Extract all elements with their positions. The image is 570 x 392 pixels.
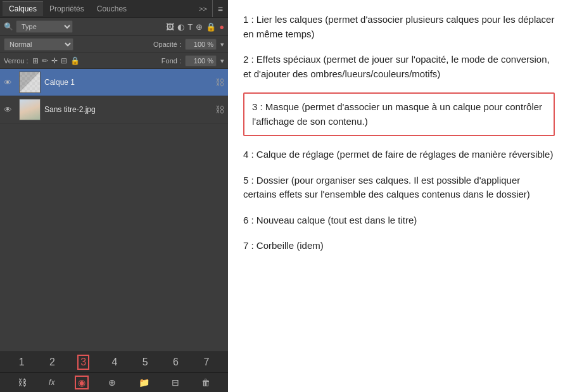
layer-thumbnail-jpg: [19, 99, 41, 120]
fill-input[interactable]: [185, 55, 217, 66]
info-item-3: 3 : Masque (permet d'associer un masque …: [243, 92, 555, 136]
layer-name-calque1: Calque 1: [44, 78, 212, 87]
info-item-7: 7 : Corbeille (idem): [243, 239, 555, 253]
info-text-4: 4 : Calque de réglage (permet de faire d…: [243, 148, 555, 162]
expand-arrows[interactable]: >>: [196, 5, 210, 13]
add-mask-icon[interactable]: ◉: [75, 376, 89, 389]
fill-label: Fond :: [162, 57, 181, 65]
opacity-input[interactable]: [185, 39, 217, 50]
text-filter-icon[interactable]: T: [187, 22, 193, 32]
filter-icons-group: 🖼 ◐ T ⊕ 🔒 ●: [166, 22, 224, 32]
bottom-num-3[interactable]: 3: [77, 355, 89, 370]
blend-opacity-row: Normal Opacité : ▾: [0, 36, 228, 53]
tab-calques[interactable]: Calques: [3, 1, 43, 16]
bottom-num-7[interactable]: 7: [201, 355, 212, 369]
layer-item-jpg[interactable]: 👁 Sans titre-2.jpg ⛓: [0, 96, 228, 123]
info-item-4: 4 : Calque de réglage (permet de faire d…: [243, 148, 555, 162]
fill-dropdown-arrow[interactable]: ▾: [220, 57, 224, 65]
filter-row: 🔍 Type 🖼 ◐ T ⊕ 🔒 ●: [0, 18, 228, 36]
info-text-6: 6 : Nouveau calque (tout est dans le tit…: [243, 213, 555, 228]
info-item-6: 6 : Nouveau calque (tout est dans le tit…: [243, 213, 555, 228]
info-text-3: 3 : Masque (permet d'associer un masque …: [252, 100, 546, 129]
layer-name-jpg: Sans titre-2.jpg: [44, 105, 212, 114]
lock-label: Verrou :: [4, 57, 28, 65]
info-item-2: 2 : Effets spéciaux (permet de jouer sur…: [243, 53, 555, 81]
info-text-5: 5 : Dossier (pour organiser ses calques.…: [243, 174, 555, 202]
opacity-label: Opacité :: [153, 41, 181, 48]
fx-icon[interactable]: fx: [46, 377, 57, 388]
layers-panel: Calques Propriétés Couches >> ≡ 🔍 Type 🖼…: [0, 0, 228, 392]
layer-item-calque1[interactable]: 👁 Calque 1 ⛓: [0, 69, 228, 96]
bottom-num-5[interactable]: 5: [140, 355, 151, 369]
bottom-numbers-row: 1 2 3 4 5 6 7: [0, 351, 228, 372]
blend-mode-select[interactable]: Normal: [4, 38, 73, 51]
lock-move-icon[interactable]: ✛: [51, 56, 58, 65]
smart-filter-icon[interactable]: 🔒: [206, 22, 216, 32]
search-icon: 🔍: [4, 22, 13, 31]
adjustment-filter-icon[interactable]: ◐: [177, 22, 184, 32]
layer-visibility-icon[interactable]: 👁: [4, 78, 15, 87]
adjustment-layer-icon[interactable]: ⊕: [106, 376, 118, 389]
info-text-2: 2 : Effets spéciaux (permet de jouer sur…: [243, 53, 555, 81]
layer-link-icon-jpg[interactable]: ⛓: [215, 104, 224, 115]
lock-icons-group: ⊞ ✏ ✛ ⊟ 🔒: [32, 56, 80, 65]
new-layer-icon[interactable]: ⊟: [169, 376, 182, 389]
tab-bar: Calques Propriétés Couches >> ≡: [0, 0, 228, 18]
delete-layer-icon[interactable]: 🗑: [199, 376, 213, 389]
lock-artboard-icon[interactable]: ⊟: [61, 56, 67, 65]
lock-all-icon[interactable]: 🔒: [70, 56, 80, 65]
link-layers-icon[interactable]: ⛓: [15, 376, 29, 389]
type-filter-select[interactable]: Type: [16, 20, 73, 33]
lock-pixels-icon[interactable]: ⊞: [32, 56, 39, 65]
layer-visibility-icon-jpg[interactable]: 👁: [4, 105, 15, 115]
new-folder-icon[interactable]: 📁: [136, 376, 152, 389]
opacity-dropdown-arrow[interactable]: ▾: [220, 41, 224, 49]
bottom-num-2[interactable]: 2: [47, 355, 58, 369]
bottom-num-4[interactable]: 4: [110, 355, 120, 369]
info-panel: 1 : Lier les calques (permet d'associer …: [228, 0, 570, 392]
panel-menu-icon[interactable]: ≡: [215, 4, 225, 14]
info-text-1: 1 : Lier les calques (permet d'associer …: [243, 13, 555, 41]
lock-paint-icon[interactable]: ✏: [42, 56, 48, 65]
enabled-filter-icon[interactable]: ●: [219, 22, 224, 32]
layer-thumbnail-calque1: [19, 72, 41, 93]
layer-link-icon-calque1[interactable]: ⛓: [215, 77, 224, 87]
info-item-1: 1 : Lier les calques (permet d'associer …: [243, 13, 555, 41]
layers-list: 👁 Calque 1 ⛓ 👁 Sans titre-2.jpg ⛓: [0, 69, 228, 351]
bottom-num-6[interactable]: 6: [170, 355, 181, 369]
lock-fill-row: Verrou : ⊞ ✏ ✛ ⊟ 🔒 Fond : ▾: [0, 53, 228, 69]
image-filter-icon[interactable]: 🖼: [166, 22, 174, 32]
info-item-5: 5 : Dossier (pour organiser ses calques.…: [243, 174, 555, 202]
tab-proprietes[interactable]: Propriétés: [43, 2, 91, 16]
shape-filter-icon[interactable]: ⊕: [196, 22, 203, 32]
bottom-icons-row: ⛓ fx ◉ ⊕ 📁 ⊟ 🗑: [0, 372, 228, 392]
bottom-num-1[interactable]: 1: [16, 355, 27, 369]
tab-couches[interactable]: Couches: [91, 2, 133, 16]
divider: [212, 0, 213, 17]
info-text-7: 7 : Corbeille (idem): [243, 239, 555, 253]
